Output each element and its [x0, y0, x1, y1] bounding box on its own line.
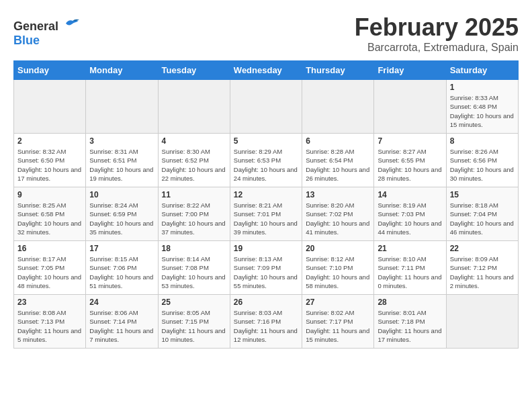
- logo-general-text: General: [13, 19, 58, 33]
- calendar-cell: 8Sunrise: 8:26 AM Sunset: 6:56 PM Daylig…: [446, 134, 518, 187]
- day-info: Sunrise: 8:28 AM Sunset: 6:54 PM Dayligh…: [306, 147, 370, 183]
- calendar-cell: 26Sunrise: 8:03 AM Sunset: 7:16 PM Dayli…: [230, 295, 302, 349]
- logo-bird-icon: [63, 17, 79, 30]
- calendar-week-row: 9Sunrise: 8:25 AM Sunset: 6:58 PM Daylig…: [14, 187, 519, 241]
- calendar-cell: [302, 80, 374, 134]
- day-info: Sunrise: 8:27 AM Sunset: 6:55 PM Dayligh…: [378, 147, 442, 183]
- day-info: Sunrise: 8:22 AM Sunset: 7:00 PM Dayligh…: [162, 201, 226, 236]
- calendar-week-row: 2Sunrise: 8:32 AM Sunset: 6:50 PM Daylig…: [14, 134, 519, 187]
- day-info: Sunrise: 8:10 AM Sunset: 7:11 PM Dayligh…: [378, 255, 442, 290]
- day-info: Sunrise: 8:15 AM Sunset: 7:06 PM Dayligh…: [89, 255, 154, 290]
- calendar-cell: 1Sunrise: 8:33 AM Sunset: 6:48 PM Daylig…: [446, 80, 518, 134]
- calendar-cell: [374, 80, 446, 134]
- day-number: 6: [306, 136, 370, 146]
- day-number: 17: [89, 244, 154, 253]
- day-info: Sunrise: 8:21 AM Sunset: 7:01 PM Dayligh…: [234, 201, 298, 236]
- day-number: 14: [378, 190, 442, 199]
- calendar-cell: 12Sunrise: 8:21 AM Sunset: 7:01 PM Dayli…: [230, 187, 302, 241]
- day-info: Sunrise: 8:31 AM Sunset: 6:51 PM Dayligh…: [89, 147, 154, 183]
- day-of-week-header: Thursday: [302, 61, 374, 80]
- day-info: Sunrise: 8:03 AM Sunset: 7:16 PM Dayligh…: [234, 308, 298, 344]
- calendar-cell: 24Sunrise: 8:06 AM Sunset: 7:14 PM Dayli…: [86, 295, 158, 349]
- day-number: 23: [17, 298, 82, 307]
- day-number: 22: [450, 244, 515, 253]
- calendar-cell: 9Sunrise: 8:25 AM Sunset: 6:58 PM Daylig…: [14, 187, 86, 241]
- calendar-table: SundayMondayTuesdayWednesdayThursdayFrid…: [13, 60, 519, 349]
- calendar-cell: 14Sunrise: 8:19 AM Sunset: 7:03 PM Dayli…: [374, 187, 446, 241]
- logo: General Blue: [13, 17, 79, 48]
- calendar-cell: 15Sunrise: 8:18 AM Sunset: 7:04 PM Dayli…: [446, 187, 518, 241]
- calendar-cell: 23Sunrise: 8:08 AM Sunset: 7:13 PM Dayli…: [14, 295, 86, 349]
- calendar-cell: 4Sunrise: 8:30 AM Sunset: 6:52 PM Daylig…: [158, 134, 230, 187]
- day-number: 27: [306, 298, 370, 307]
- calendar-cell: 10Sunrise: 8:24 AM Sunset: 6:59 PM Dayli…: [86, 187, 158, 241]
- calendar-cell: 16Sunrise: 8:17 AM Sunset: 7:05 PM Dayli…: [14, 241, 86, 295]
- day-number: 13: [306, 190, 370, 199]
- calendar-cell: [14, 80, 86, 134]
- day-of-week-header: Sunday: [14, 61, 86, 80]
- calendar-cell: 3Sunrise: 8:31 AM Sunset: 6:51 PM Daylig…: [86, 134, 158, 187]
- day-number: 26: [234, 298, 298, 307]
- calendar-cell: 17Sunrise: 8:15 AM Sunset: 7:06 PM Dayli…: [86, 241, 158, 295]
- day-info: Sunrise: 8:01 AM Sunset: 7:18 PM Dayligh…: [378, 308, 442, 344]
- day-number: 3: [89, 136, 154, 146]
- day-info: Sunrise: 8:14 AM Sunset: 7:08 PM Dayligh…: [162, 255, 226, 290]
- day-number: 7: [378, 136, 442, 146]
- day-number: 21: [378, 244, 442, 253]
- day-number: 1: [450, 83, 515, 92]
- calendar-week-row: 1Sunrise: 8:33 AM Sunset: 6:48 PM Daylig…: [14, 80, 519, 134]
- day-number: 15: [450, 190, 515, 199]
- day-info: Sunrise: 8:33 AM Sunset: 6:48 PM Dayligh…: [450, 93, 515, 129]
- day-info: Sunrise: 8:32 AM Sunset: 6:50 PM Dayligh…: [17, 147, 82, 183]
- calendar-cell: [230, 80, 302, 134]
- day-info: Sunrise: 8:20 AM Sunset: 7:02 PM Dayligh…: [306, 201, 370, 236]
- day-info: Sunrise: 8:09 AM Sunset: 7:12 PM Dayligh…: [450, 255, 515, 290]
- subtitle: Barcarrota, Extremadura, Spain: [355, 42, 519, 54]
- day-number: 28: [378, 298, 442, 307]
- header: General Blue February 2025 Barcarrota, E…: [13, 13, 519, 54]
- day-info: Sunrise: 8:13 AM Sunset: 7:09 PM Dayligh…: [234, 255, 298, 290]
- day-number: 25: [162, 298, 226, 307]
- title-area: February 2025 Barcarrota, Extremadura, S…: [355, 13, 519, 54]
- calendar-cell: 21Sunrise: 8:10 AM Sunset: 7:11 PM Dayli…: [374, 241, 446, 295]
- day-info: Sunrise: 8:17 AM Sunset: 7:05 PM Dayligh…: [17, 255, 82, 290]
- day-info: Sunrise: 8:08 AM Sunset: 7:13 PM Dayligh…: [17, 308, 82, 344]
- day-info: Sunrise: 8:12 AM Sunset: 7:10 PM Dayligh…: [306, 255, 370, 290]
- calendar-cell: [446, 295, 518, 349]
- calendar-cell: 27Sunrise: 8:02 AM Sunset: 7:17 PM Dayli…: [302, 295, 374, 349]
- calendar-cell: [86, 80, 158, 134]
- day-number: 20: [306, 244, 370, 253]
- day-number: 8: [450, 136, 515, 146]
- day-info: Sunrise: 8:19 AM Sunset: 7:03 PM Dayligh…: [378, 201, 442, 236]
- day-info: Sunrise: 8:29 AM Sunset: 6:53 PM Dayligh…: [234, 147, 298, 183]
- day-of-week-header: Wednesday: [230, 61, 302, 80]
- day-info: Sunrise: 8:25 AM Sunset: 6:58 PM Dayligh…: [17, 201, 82, 236]
- day-of-week-header: Monday: [86, 61, 158, 80]
- calendar-cell: 6Sunrise: 8:28 AM Sunset: 6:54 PM Daylig…: [302, 134, 374, 187]
- day-info: Sunrise: 8:02 AM Sunset: 7:17 PM Dayligh…: [306, 308, 370, 344]
- day-of-week-header: Friday: [374, 61, 446, 80]
- calendar-cell: 5Sunrise: 8:29 AM Sunset: 6:53 PM Daylig…: [230, 134, 302, 187]
- calendar-header: SundayMondayTuesdayWednesdayThursdayFrid…: [14, 61, 519, 80]
- calendar-week-row: 16Sunrise: 8:17 AM Sunset: 7:05 PM Dayli…: [14, 241, 519, 295]
- day-info: Sunrise: 8:30 AM Sunset: 6:52 PM Dayligh…: [162, 147, 226, 183]
- calendar-cell: 2Sunrise: 8:32 AM Sunset: 6:50 PM Daylig…: [14, 134, 86, 187]
- calendar-cell: 20Sunrise: 8:12 AM Sunset: 7:10 PM Dayli…: [302, 241, 374, 295]
- day-number: 12: [234, 190, 298, 199]
- day-of-week-header: Saturday: [446, 61, 518, 80]
- day-of-week-header: Tuesday: [158, 61, 230, 80]
- calendar-cell: 22Sunrise: 8:09 AM Sunset: 7:12 PM Dayli…: [446, 241, 518, 295]
- day-number: 11: [162, 190, 226, 199]
- day-number: 4: [162, 136, 226, 146]
- calendar-cell: 7Sunrise: 8:27 AM Sunset: 6:55 PM Daylig…: [374, 134, 446, 187]
- day-info: Sunrise: 8:18 AM Sunset: 7:04 PM Dayligh…: [450, 201, 515, 236]
- calendar-cell: 13Sunrise: 8:20 AM Sunset: 7:02 PM Dayli…: [302, 187, 374, 241]
- calendar-cell: 28Sunrise: 8:01 AM Sunset: 7:18 PM Dayli…: [374, 295, 446, 349]
- day-info: Sunrise: 8:26 AM Sunset: 6:56 PM Dayligh…: [450, 147, 515, 183]
- logo-blue-text: Blue: [13, 34, 40, 47]
- day-number: 2: [17, 136, 82, 146]
- day-number: 5: [234, 136, 298, 146]
- calendar-week-row: 23Sunrise: 8:08 AM Sunset: 7:13 PM Dayli…: [14, 295, 519, 349]
- day-number: 19: [234, 244, 298, 253]
- day-number: 10: [89, 190, 154, 199]
